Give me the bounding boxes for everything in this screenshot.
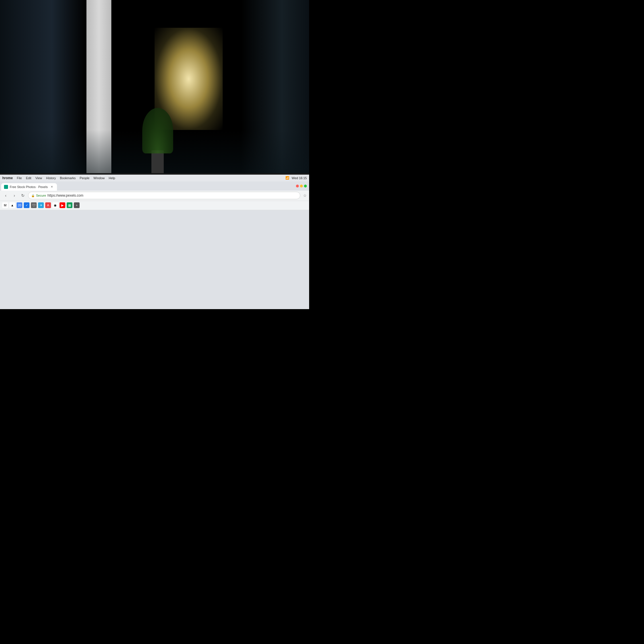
screen-inner: hrome File Edit View History Bookmarks P… xyxy=(0,175,309,309)
menu-help[interactable]: Help xyxy=(109,176,115,180)
background-photo xyxy=(0,0,309,185)
ext-gmail[interactable]: M xyxy=(2,202,8,208)
menu-file[interactable]: File xyxy=(17,176,22,180)
menu-people[interactable]: People xyxy=(80,176,89,180)
menu-history[interactable]: History xyxy=(46,176,56,180)
reload-button[interactable]: ↻ xyxy=(19,192,26,199)
tab-close-button[interactable]: ✕ xyxy=(50,185,54,189)
laptop-screen: hrome File Edit View History Bookmarks P… xyxy=(0,173,309,309)
tab-title: Free Stock Photos · Pexels xyxy=(10,185,48,189)
ext-chrome[interactable]: ◉ xyxy=(52,202,58,208)
app-name: hrome xyxy=(2,176,13,180)
ext-todo[interactable]: ✓ xyxy=(24,202,29,208)
office-plant xyxy=(142,111,173,176)
url-display[interactable]: https://www.pexels.com xyxy=(48,193,83,197)
tab-bar: Free Stock Photos · Pexels ✕ xyxy=(0,181,309,191)
address-bar[interactable]: 🔒 Secure https://www.pexels.com xyxy=(28,192,300,199)
wifi-icon: 📶 xyxy=(285,176,289,180)
menubar-right-items: 📶 Wed 16:15 xyxy=(285,176,307,180)
minimize-window-button[interactable] xyxy=(300,185,303,187)
ext-pdf[interactable]: A xyxy=(45,202,51,208)
secure-label: Secure xyxy=(36,194,46,197)
security-lock-icon: 🔒 xyxy=(31,194,35,197)
menu-view[interactable]: View xyxy=(35,176,42,180)
extensions-bar: M ▲ 20 ✓ 🛡 ✈ A ◉ ▶ ▦ + xyxy=(0,201,309,210)
forward-button[interactable]: › xyxy=(11,192,18,199)
ext-drive[interactable]: ▲ xyxy=(9,202,15,208)
plant-leaves xyxy=(142,108,173,153)
address-bar-actions: ☆ xyxy=(303,193,307,198)
ext-calendar[interactable]: 20 xyxy=(17,202,22,208)
browser-chrome: hrome File Edit View History Bookmarks P… xyxy=(0,175,309,309)
traffic-lights xyxy=(296,185,307,187)
back-button[interactable]: ‹ xyxy=(2,192,9,199)
ext-shield[interactable]: 🛡 xyxy=(31,202,37,208)
menu-edit[interactable]: Edit xyxy=(26,176,31,180)
ext-sheets[interactable]: ▦ xyxy=(67,202,72,208)
bookmark-icon[interactable]: ☆ xyxy=(303,193,307,198)
active-tab[interactable]: Free Stock Photos · Pexels ✕ xyxy=(1,183,57,191)
tab-favicon xyxy=(4,185,8,189)
address-bar-row: ‹ › ↻ 🔒 Secure https://www.pexels.com ☆ xyxy=(0,191,309,201)
macos-menubar: hrome File Edit View History Bookmarks P… xyxy=(0,175,309,181)
ext-telegram[interactable]: ✈ xyxy=(38,202,44,208)
menu-bookmarks[interactable]: Bookmarks xyxy=(60,176,76,180)
close-window-button[interactable] xyxy=(296,185,299,187)
ext-extra[interactable]: + xyxy=(74,202,80,208)
maximize-window-button[interactable] xyxy=(304,185,307,187)
ext-youtube[interactable]: ▶ xyxy=(60,202,65,208)
menu-window[interactable]: Window xyxy=(94,176,105,180)
clock-display: Wed 16:15 xyxy=(292,176,307,180)
